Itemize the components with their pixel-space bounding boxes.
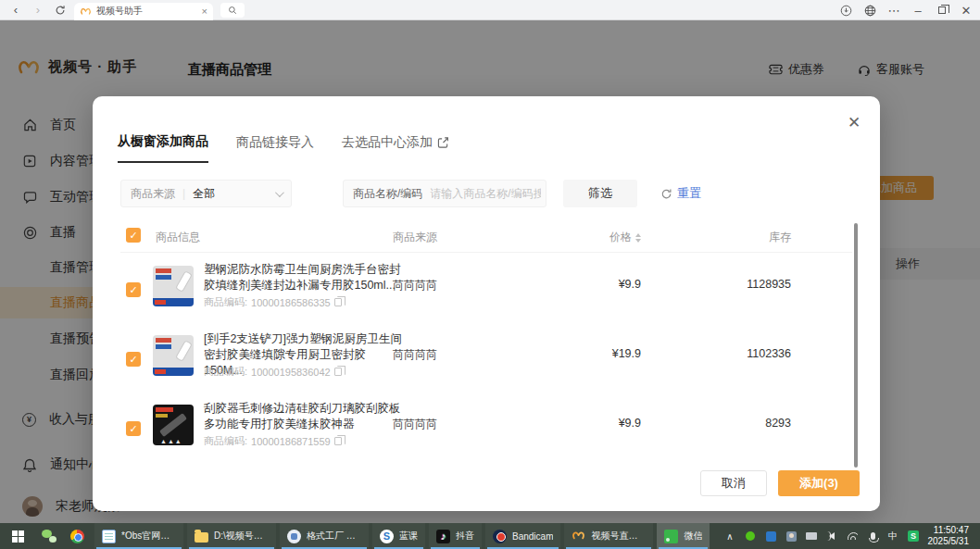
taskbar-app-label: 视频号直播伴侣 [591,530,646,543]
taskbar-clock[interactable]: 11:50:47 2025/5/31 [928,525,974,547]
browser-back-button[interactable]: ‹ [7,2,24,19]
table-row[interactable]: ✓ ▲▲▲ 刮胶器毛刺修边清硅胶刮刀璃胶刮胶板多功能专用打胶美缝抹胶神器 商品编… [120,393,852,463]
tray-wechat-icon[interactable] [745,530,757,543]
taskbar-app-label: D:\视频号直播... [214,530,269,543]
row-checkbox[interactable]: ✓ [126,282,141,297]
channels-logo-icon [80,6,92,16]
copy-icon[interactable] [334,437,342,445]
code-value: 10000186871559 [251,436,331,447]
source-select[interactable]: 商品来源 | 全部 [120,180,292,207]
douyin-icon: ♪ [436,530,450,543]
browser-network-button[interactable] [860,2,880,19]
browser-menu-button[interactable]: ⋯ [884,2,904,19]
row-checkbox[interactable]: ✓ [126,352,141,367]
add-product-modal: ✕ 从橱窗添加商品 商品链接导入 去选品中心添加 商品来源 | 全部 商品名称/… [93,96,880,511]
product-code: 商品编码: 10000186586335 [204,295,342,309]
product-stock: 1102336 [747,347,791,360]
product-code: 商品编码: 10000195836042 [204,365,342,379]
code-label: 商品编码: [204,434,247,448]
taskbar-app-label: 格式工厂 X64 ... [307,530,361,543]
wifi-icon[interactable] [847,530,859,543]
screen: ‹ › 视频号助手 × ⋯ – ✕ [0,0,980,549]
tray-chevron-up-icon[interactable]: ∧ [724,530,736,543]
tray-blue-app-icon[interactable] [765,530,777,543]
divider [120,252,852,253]
reset-label: 重置 [677,185,701,202]
bandicam-icon [493,530,507,543]
modal-tabs: 从橱窗添加商品 商品链接导入 去选品中心添加 [118,133,449,163]
taskbar-app-label: 蓝课 [399,530,418,543]
ime-indicator[interactable]: 中 [887,530,899,543]
source-select-value: 全部 [193,186,268,202]
product-title[interactable]: 刮胶器毛刺修边清硅胶刮刀璃胶刮胶板多功能专用打胶美缝抹胶神器 [204,401,404,432]
taskbar-chrome-icon[interactable] [63,523,91,549]
sogou-icon[interactable]: S [908,530,920,543]
taskbar-app-formatfactory[interactable]: 格式工厂 X64 ... [280,523,369,549]
download-button[interactable] [836,2,856,19]
formatfactory-icon [287,530,301,543]
name-search-label: 商品名称/编码 [353,186,422,202]
volume-icon[interactable] [826,530,838,543]
row-checkbox[interactable]: ✓ [126,421,141,436]
browser-refresh-button[interactable] [52,2,69,19]
taskbar-app-channels-live[interactable]: 视频号直播伴侣 [564,523,653,549]
microphone-icon[interactable] [867,530,879,543]
globe-icon [864,5,876,17]
taskbar: *Obs官网电脑... D:\视频号直播... 格式工厂 X64 ... S 蓝… [0,523,980,549]
tab-import-by-link[interactable]: 商品链接导入 [236,133,314,163]
system-tray: ∧ 中 S 11:50:47 2025/5/31 [724,525,980,547]
filter-bar: 商品来源 | 全部 商品名称/编码 筛选 重置 [120,180,852,207]
window-restore-button[interactable] [932,2,952,19]
source-select-label: 商品来源 [131,186,175,202]
copy-icon[interactable] [334,368,342,376]
taskbar-wechat-icon[interactable] [35,523,63,549]
browser-tab[interactable]: 视频号助手 × [74,3,213,20]
table-row[interactable]: ✓ [到手2支送铲刀]强力塑钢泥厨房卫生间密封胶美缝填隙专用厨卫密封胶150M.… [120,324,852,393]
taskbar-app-lanke[interactable]: S 蓝课 [372,523,425,549]
filter-button[interactable]: 筛选 [563,180,637,207]
wechat-icon [42,530,57,543]
tab-title: 视频号助手 [96,5,197,18]
modal-scrollbar[interactable] [854,223,858,468]
tab-label: 从橱窗添加商品 [118,133,208,150]
product-title[interactable]: 塑钢泥防水防霉卫生间厨房洗手台密封胶填缝剂美缝封边补漏专用胶150ml... [204,262,404,293]
tray-device-icon[interactable] [806,530,818,543]
folder-icon [195,532,208,543]
tray-avatar-icon[interactable] [785,530,798,543]
tab-go-selection-center[interactable]: 去选品中心添加 [342,133,449,163]
browser-forward-button[interactable]: › [30,2,46,19]
product-stock: 1128935 [747,278,791,291]
select-all-checkbox[interactable]: ✓ [126,228,141,243]
column-header-stock: 库存 [769,230,791,245]
taskbar-app-explorer[interactable]: D:\视频号直播... [187,523,276,549]
product-source: 苘苘苘苘 [393,417,437,432]
name-search-input[interactable] [430,187,541,200]
confirm-add-button[interactable]: 添加(3) [778,470,860,496]
column-header-price[interactable]: 价格 [609,230,641,245]
start-button[interactable] [0,523,35,549]
window-minimize-button[interactable]: – [908,2,928,19]
tab-label: 去选品中心添加 [342,134,433,151]
tab-add-from-showcase[interactable]: 从橱窗添加商品 [118,133,208,163]
modal-close-button[interactable]: ✕ [845,113,863,131]
chrome-icon [70,530,84,543]
tab-label: 商品链接导入 [236,134,314,151]
product-code: 商品编码: 10000186871559 [204,434,342,448]
table-row[interactable]: ✓ 塑钢泥防水防霉卫生间厨房洗手台密封胶填缝剂美缝封边补漏专用胶150ml...… [120,255,852,324]
taskbar-app-notepad[interactable]: *Obs官网电脑... [94,523,183,549]
product-source: 苘苘苘苘 [393,278,437,293]
taskbar-app-wechat-window[interactable]: 微信 [657,523,710,549]
taskbar-app-douyin[interactable]: ♪ 抖音 [429,523,482,549]
copy-icon[interactable] [334,298,342,306]
new-tab-search-button[interactable] [220,3,245,18]
taskbar-app-label: 抖音 [456,530,474,543]
sort-icon[interactable] [635,233,641,243]
cancel-button[interactable]: 取消 [700,470,767,496]
reset-button[interactable]: 重置 [660,185,701,202]
taskbar-app-bandicam[interactable]: Bandicam [485,523,560,549]
window-close-button[interactable]: ✕ [956,2,976,19]
code-label: 商品编码: [204,365,247,379]
name-search-field[interactable]: 商品名称/编码 [343,180,547,207]
tab-close-icon[interactable]: × [202,6,207,17]
product-stock: 8293 [765,417,791,430]
